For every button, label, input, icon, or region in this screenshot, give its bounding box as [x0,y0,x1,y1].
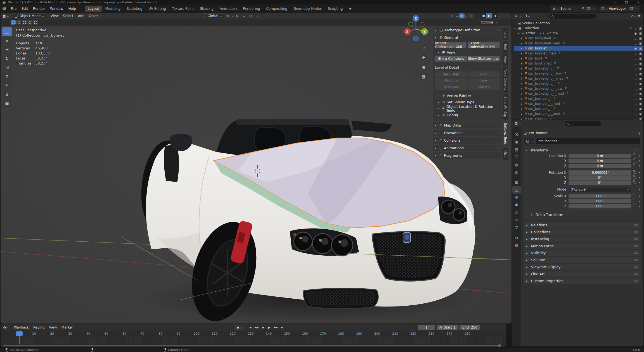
menu-item[interactable]: Help [66,6,78,11]
timeline-menu-item[interactable]: Playback [11,325,31,330]
animate-dot-icon[interactable] [639,177,640,178]
camera-visibility-icon[interactable]: ▣ [639,42,642,45]
gizmo-x-axis[interactable]: X [406,30,408,33]
menu-item[interactable]: Edit [19,6,30,11]
object-name-input[interactable]: cm_bonnet [536,138,641,144]
eye-icon[interactable] [634,72,637,75]
collection-tab[interactable] [512,179,521,186]
shading-material-icon[interactable]: ◐ [486,13,492,18]
jump-start-button[interactable] [247,325,253,330]
properties-section-header[interactable]: ▸Custom Properties∷∷ [524,278,641,284]
texture-tab[interactable] [512,241,521,249]
modifiers-tab[interactable] [512,194,521,201]
viewlayer-selector[interactable]: ❐ ViewLayer ❐ × [600,6,640,11]
prev-key-button[interactable] [253,325,260,330]
collapsed-panel[interactable]: ▸▢ Collisions∷∷ [433,137,502,144]
camera-visibility-icon[interactable]: ▣ [639,32,642,35]
shading-solid-icon[interactable]: ● [481,13,486,18]
timeline-menu-item[interactable]: Marker [59,325,75,330]
rotation-mode-dropdown[interactable]: XYZ Euler [569,187,631,192]
blender-menu-icon[interactable] [3,7,6,10]
camera-visibility-icon[interactable]: ▣ [639,67,642,70]
measure-tool[interactable] [2,90,12,99]
animate-dot-icon[interactable] [639,182,640,183]
lock-icon[interactable] [634,160,636,162]
sidebar-tab[interactable]: Texel Density [503,67,508,93]
options-button[interactable]: Options [479,20,499,25]
properties-section-header[interactable]: ▸Motion Paths∷∷ [524,243,641,249]
viewport-menu-item[interactable]: Add [76,13,87,18]
new-viewlayer-icon[interactable]: ❐ [629,7,634,10]
animate-dot-icon[interactable] [639,206,640,207]
viewport-menu-item[interactable]: Object [87,13,102,18]
viewlayer-tab[interactable] [512,153,521,161]
properties-section-header[interactable]: ▸Line Art∷∷ [524,271,641,277]
scene-collection-row[interactable]: ▤ Scene Collection [514,21,643,26]
properties-editor-type-button[interactable]: ▤ [514,121,522,126]
menu-item[interactable]: Window [48,6,66,11]
add-workspace-button[interactable]: + [346,6,354,12]
render-tab[interactable] [512,138,521,146]
close-button[interactable]: × [632,1,644,4]
timeline-tracks[interactable] [1,337,506,344]
properties-section-header[interactable]: ▸Collections∷∷ [524,229,641,235]
tool-tab[interactable] [512,131,521,138]
lod-button[interactable]: Medium [435,78,467,84]
pan-button[interactable]: ✛ [420,54,427,61]
workspace-tab[interactable]: Layout [85,6,102,12]
eye-icon[interactable] [634,102,637,106]
location-field[interactable]: 0 m [569,164,631,168]
animate-dot-icon[interactable] [639,172,640,173]
transform-tool[interactable] [2,72,12,81]
camera-visibility-icon[interactable]: ▣ [639,72,642,75]
properties-section-header[interactable]: ▸Viewport Display∷∷ [524,264,641,270]
outliner-object-row[interactable]: ▸ ∇ cm_brakelight_l_low ∇ ▣ [514,71,643,76]
eye-icon[interactable] [634,82,637,85]
lock-icon[interactable] [634,155,636,157]
outliner-editor-type-button[interactable]: ≡ [514,14,521,19]
camera-visibility-icon[interactable]: ▣ [639,82,642,85]
properties-section-header[interactable]: ▸Visibility∷∷ [524,250,641,256]
eye-icon[interactable] [634,107,637,111]
outliner-object-row[interactable]: ▸ ∇ cm_bumper_f_med ∇ ▣ [514,101,643,106]
select-mode-intersect-icon[interactable] [33,20,38,25]
shading-wireframe-icon[interactable]: ○ [475,13,481,18]
jump-end-button[interactable] [279,325,285,330]
editor-type-button[interactable]: ▦ [1,13,11,18]
orientation-selector[interactable]: ⛶ Global [201,13,224,18]
animate-dot-icon[interactable] [639,165,640,167]
camera-visibility-icon[interactable]: ▣ [639,112,642,115]
zoom-button[interactable] [420,44,427,52]
lod-button[interactable]: Hidden [468,84,500,90]
navigation-gizmo[interactable]: Z X Y [402,15,429,41]
select-mode-invert-icon[interactable] [27,20,32,25]
outliner-object-row[interactable]: ▸ ∇ cm_brakelight_l ∇ ▣ [514,66,643,71]
eye-icon[interactable] [634,87,637,91]
constraints-tab[interactable] [512,216,521,224]
outliner-object-row[interactable]: ▸ ∇ cm_bodyshell_med ∇ ▣ [514,41,643,46]
scale-field[interactable]: 1.000 [569,194,631,198]
eye-icon[interactable] [634,51,637,55]
collapsed-panel[interactable]: ▸▢ Fragments∷∷ [433,152,502,159]
play-button[interactable] [266,325,273,330]
rotation-field[interactable]: -0.000003° [569,170,631,175]
eye-icon[interactable] [634,61,637,65]
properties-search-input[interactable] [565,121,602,126]
collapsed-subpanel[interactable]: ▸⚙ Vertex Painter [435,92,500,99]
physics-tab[interactable] [512,209,521,216]
scene-selector[interactable]: ◍ Scene ⚲ ❐ × [551,6,597,11]
outliner-object-row[interactable]: ▸ ∇ cm_brakelight_r_low ∇ ▣ [514,86,643,91]
collapsed-subpanel[interactable]: ▸⚙ Object Location & Rotation Tools [435,105,500,112]
collapsed-panel[interactable]: ▸▢ Map Data∷∷ [433,122,502,129]
outliner-object-row[interactable]: ▸ ∇ cm_brakelight_l_med ∇ ▣ [514,76,643,81]
timeline-ruler[interactable]: 1020304050607080901001101201301401501601… [1,331,506,337]
material-tab[interactable] [512,234,521,241]
snap-settings-button[interactable] [241,13,247,18]
pin-icon[interactable]: ⚲ [581,7,586,10]
animate-dot-icon[interactable] [639,155,640,156]
new-collection-icon[interactable]: ⊞ [636,14,642,19]
eye-icon[interactable] [634,36,637,40]
properties-section-header[interactable]: ▸Sollumz∷∷ [524,257,641,263]
eye-icon[interactable] [634,66,637,70]
gizmo-neg-z[interactable] [413,36,418,41]
